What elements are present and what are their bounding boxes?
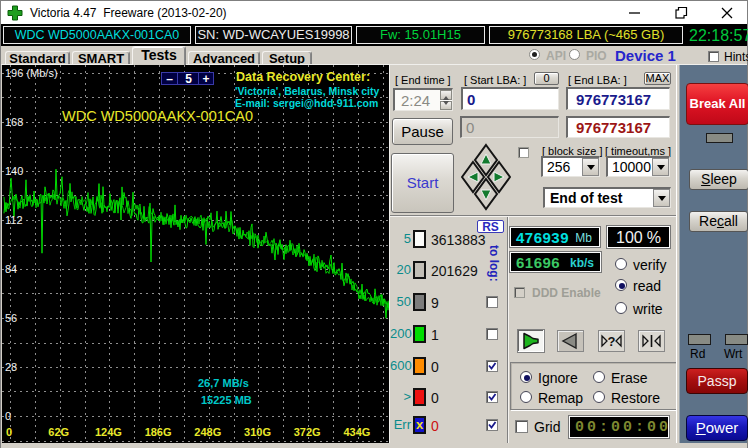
svg-text:310G: 310G bbox=[244, 426, 271, 438]
svg-text:28: 28 bbox=[5, 361, 17, 373]
svg-text:196 (Mb/s): 196 (Mb/s) bbox=[5, 67, 58, 79]
svg-text:140: 140 bbox=[5, 165, 23, 177]
svg-text:56: 56 bbox=[5, 312, 17, 324]
svg-text:372G: 372G bbox=[294, 426, 321, 438]
svg-text:?: ? bbox=[608, 334, 616, 349]
svg-text:124G: 124G bbox=[95, 426, 122, 438]
svg-text:186G: 186G bbox=[145, 426, 172, 438]
svg-text:62G: 62G bbox=[48, 426, 69, 438]
svg-text:112: 112 bbox=[5, 214, 23, 226]
svg-text:434G: 434G bbox=[343, 426, 370, 438]
svg-text:0: 0 bbox=[6, 426, 12, 438]
svg-text:168: 168 bbox=[5, 116, 23, 128]
svg-text:248G: 248G bbox=[194, 426, 221, 438]
svg-text:0: 0 bbox=[5, 410, 11, 422]
svg-text:84: 84 bbox=[5, 263, 17, 275]
